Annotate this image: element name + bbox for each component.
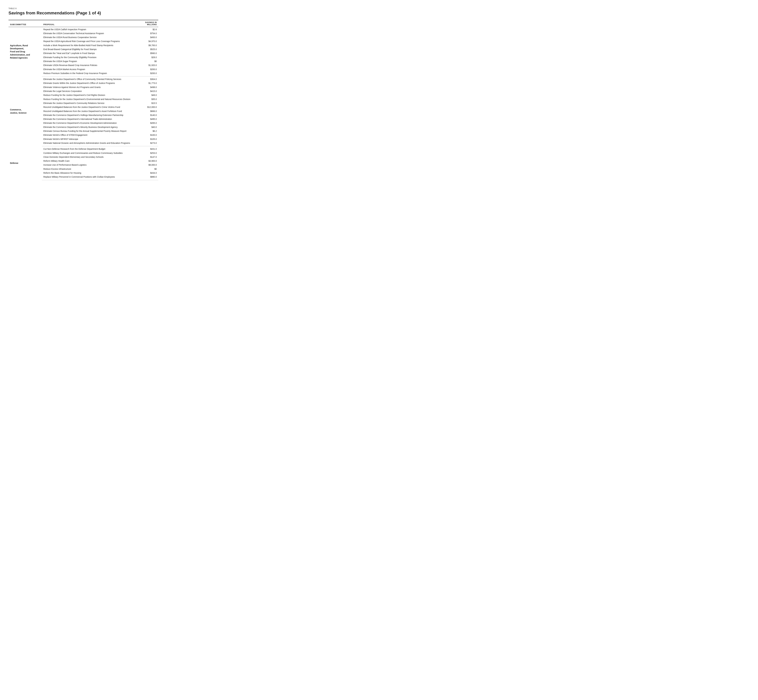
proposal-text: Reduce Funding for the Justice Departmen… [42, 97, 142, 101]
proposal-text: Repeal the USDA Agricultural Risk Covera… [42, 39, 142, 43]
proposal-text: Eliminate USDA Revenue-Based Crop Insura… [42, 63, 142, 67]
savings-value: $140.0 [142, 113, 158, 117]
savings-value: $3,900.0 [142, 159, 158, 163]
proposal-text: Replace Military Personnel in Commercial… [42, 175, 142, 180]
savings-value: $495.0 [142, 117, 158, 121]
savings-value: $4,970.0 [142, 39, 158, 43]
savings-value: $273.0 [142, 141, 158, 146]
savings-value: $200.0 [142, 71, 158, 77]
savings-value: $12,000.0 [142, 105, 158, 109]
savings-value: $265.0 [142, 121, 158, 125]
savings-table: SUBCOMMITTEE PROPOSAL SAVINGS IN MILLION… [8, 20, 158, 180]
savings-value: $1,920.0 [142, 63, 158, 67]
savings-value: $0 [142, 167, 158, 171]
proposal-text: Increase Use of Performance-Based Logist… [42, 163, 142, 167]
proposal-text: Eliminate the USDA Sugar Program [42, 59, 142, 63]
proposal-text: Repeal the USDA Catfish Inspection Progr… [42, 27, 142, 31]
savings-value: $147.0 [142, 155, 158, 159]
proposal-text: Eliminate NASA’s Office of STEM Engageme… [42, 133, 142, 137]
savings-value: $0 [142, 59, 158, 63]
savings-value: $493.0 [142, 35, 158, 39]
proposal-text: Eliminate the “Heat and Eat” Loophole in… [42, 51, 142, 55]
proposal-text: Reduce Premium Subsidies in the Federal … [42, 71, 142, 77]
proposal-text: Reduce Funding for the Justice Departmen… [42, 93, 142, 97]
savings-value: $6.2 [142, 129, 158, 133]
proposal-text: Eliminate the Commerce Department’s Inte… [42, 117, 142, 121]
header-savings: SAVINGS IN MILLIONS [142, 20, 158, 27]
savings-value: $434.0 [142, 171, 158, 175]
savings-value: $2.6 [142, 27, 158, 31]
proposal-text: Eliminate Funding for the Community Elig… [42, 55, 142, 59]
proposal-text: Eliminate Census Bureau Funding for the … [42, 129, 142, 133]
proposal-text: Eliminate the USDA Market Access Program [42, 67, 142, 71]
proposal-text: Eliminate Violence Against Women Act Pro… [42, 85, 142, 89]
savings-value: $105.0 [142, 137, 158, 141]
savings-value: $666.0 [142, 109, 158, 113]
proposal-text: Eliminate the Commerce Department’s Econ… [42, 121, 142, 125]
savings-value: $754.0 [142, 31, 158, 35]
savings-value: $35.0 [142, 97, 158, 101]
table-header-row: SUBCOMMITTEE PROPOSAL SAVINGS IN MILLION… [8, 20, 158, 27]
table-row: Commerce,Justice, ScienceEliminate the J… [8, 77, 158, 81]
proposal-text: Rescind Unobligated Balances from the Ju… [42, 105, 142, 109]
table-row: DefenseCut Non-Defense Research from the… [8, 146, 158, 151]
table-label: TABLE 8 [8, 7, 158, 9]
subcommittee-name: Commerce,Justice, Science [8, 77, 42, 146]
proposal-text: End Broad-Based Categorical Eligibility … [42, 47, 142, 51]
proposal-text: Eliminate the Legal Services Corporation [42, 89, 142, 93]
savings-value: $431.0 [142, 146, 158, 151]
savings-value: $200.0 [142, 67, 158, 71]
savings-value: $9,000.0 [142, 163, 158, 167]
savings-value: $560.0 [142, 51, 158, 55]
proposal-text: Reform the Basic Allowance for Housing [42, 171, 142, 175]
proposal-text: Eliminate the Justice Department’s Offic… [42, 77, 142, 81]
savings-value: $880.0 [142, 175, 158, 180]
proposal-text: Include a Work Requirement for Able-Bodi… [42, 44, 142, 47]
proposal-text: Eliminate NASA’s WFIRST telescope [42, 137, 142, 141]
proposal-text: Reform Military Health Care [42, 159, 142, 163]
savings-value: $28.0 [142, 55, 158, 59]
proposal-text: Eliminate National Oceanic and Atmospher… [42, 141, 142, 146]
savings-value: $253.0 [142, 151, 158, 155]
savings-value: $1,773.0 [142, 81, 158, 85]
savings-value: $15.5 [142, 101, 158, 105]
savings-value: $49.0 [142, 93, 158, 97]
savings-value: $40.0 [142, 125, 158, 129]
header-proposal: PROPOSAL [42, 20, 142, 27]
savings-value: $304.0 [142, 77, 158, 81]
subcommittee-name: Agriculture, RuralDevelopment,Food and D… [8, 27, 42, 77]
proposal-text: Combine Military Exchanges and Commissar… [42, 151, 142, 155]
proposal-text: Close Domestic Dependent Elementary and … [42, 155, 142, 159]
table-row: Agriculture, RuralDevelopment,Food and D… [8, 27, 158, 31]
table-title: Savings from Recommendations (Page 1 of … [8, 11, 158, 16]
proposal-text: Eliminate the USDA Conservation Technica… [42, 31, 142, 35]
savings-value: $525.0 [142, 47, 158, 51]
savings-value: $100.0 [142, 133, 158, 137]
header-subcommittee: SUBCOMMITTEE [8, 20, 42, 27]
proposal-text: Eliminate the Commerce Department’s Holl… [42, 113, 142, 117]
proposal-text: Eliminate Grants Within the Justice Depa… [42, 81, 142, 85]
savings-value: $415.0 [142, 89, 158, 93]
proposal-text: Eliminate the USDA Rural Business Cooper… [42, 35, 142, 39]
savings-value: $9,700.0 [142, 44, 158, 47]
proposal-text: Cut Non-Defense Research from the Defens… [42, 146, 142, 151]
proposal-text: Eliminate the Commerce Department’s Mino… [42, 125, 142, 129]
proposal-text: Eliminate the Justice Department’s Commu… [42, 101, 142, 105]
proposal-text: Rescind Unobligated Balances from the Ju… [42, 109, 142, 113]
savings-value: $498.0 [142, 85, 158, 89]
proposal-text: Reduce Excess Infrastructure [42, 167, 142, 171]
subcommittee-name: Defense [8, 146, 42, 180]
